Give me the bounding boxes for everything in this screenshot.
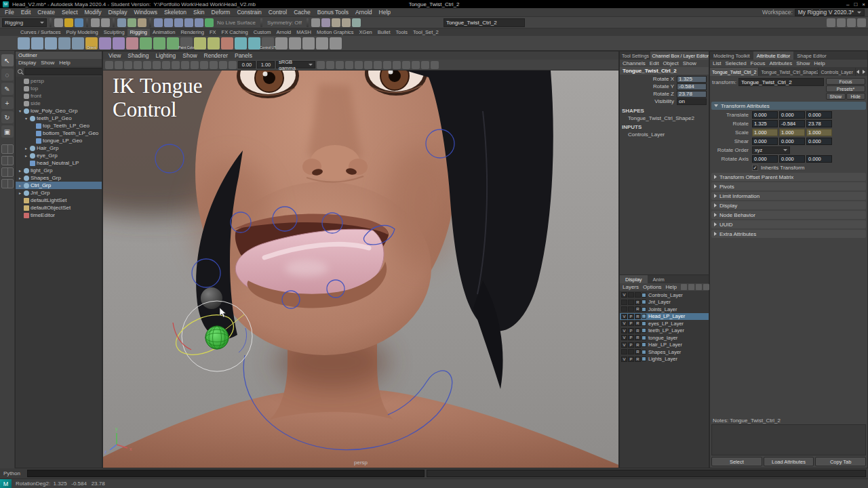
multisample-anti-aliasing-icon[interactable]: [393, 61, 401, 69]
inherits-transform-checkbox[interactable]: ✓: [752, 165, 758, 171]
interactive-bind-icon[interactable]: [113, 37, 125, 49]
shelf-tab[interactable]: Motion Graphics: [314, 28, 357, 36]
menu-item[interactable]: Bonus Tools: [314, 9, 352, 16]
layer-display-type-toggle[interactable]: R: [635, 335, 641, 340]
shelf-tab[interactable]: FX Caching: [219, 28, 251, 36]
layer-playback-toggle[interactable]: P: [628, 357, 634, 362]
transform-attributes-section[interactable]: Transform Attributes: [711, 102, 866, 110]
shear-y-field[interactable]: 0.000: [779, 138, 805, 145]
layer-visibility-toggle[interactable]: V: [621, 314, 627, 319]
node-tab[interactable]: Controls_Layer: [818, 68, 855, 76]
menu-item[interactable]: Help: [376, 9, 394, 16]
close-button[interactable]: ×: [862, 1, 865, 7]
layer-playback-toggle[interactable]: [628, 292, 634, 298]
gray-locator-sphere[interactable]: [201, 287, 222, 309]
outliner-search-input[interactable]: [24, 68, 103, 75]
rotate-axis-x-field[interactable]: 0.000: [752, 155, 778, 163]
hide-button[interactable]: Hide: [846, 93, 866, 100]
lasso-tool[interactable]: ◌: [1, 68, 14, 81]
rotate-tool[interactable]: ↻: [1, 111, 14, 123]
layer-row[interactable]: V P R Lights_Layer: [620, 356, 709, 363]
undo-icon[interactable]: [91, 18, 100, 27]
menu-item[interactable]: Arnold: [352, 9, 376, 16]
layer-color-swatch[interactable]: [642, 342, 646, 347]
snap-view-plane-icon[interactable]: [195, 18, 203, 27]
cluster-deformer-icon[interactable]: [194, 37, 206, 49]
outliner-item[interactable]: top: [16, 85, 102, 92]
group-grip[interactable]: [307, 18, 309, 27]
expand-arrow-icon[interactable]: ▸: [24, 146, 28, 150]
channel-value-field[interactable]: 1.325: [677, 76, 707, 83]
attribute-editor-menu-item[interactable]: Help: [814, 60, 825, 66]
viewport-menu-item[interactable]: View: [105, 52, 124, 59]
channel-value-field[interactable]: 23.78: [677, 91, 707, 98]
ipr-render-icon[interactable]: [342, 18, 351, 27]
select-camera-icon[interactable]: [105, 61, 113, 69]
rotate-axis-y-field[interactable]: 0.000: [779, 155, 805, 163]
bookmarks-icon[interactable]: [134, 61, 142, 69]
viewport-menu-item[interactable]: Show: [179, 52, 200, 59]
textured-icon[interactable]: [336, 61, 344, 69]
layer-color-swatch[interactable]: [642, 357, 646, 361]
orient-constraint-icon[interactable]: [302, 37, 315, 49]
depth-of-field-icon[interactable]: [402, 61, 410, 69]
layer-color-swatch[interactable]: [642, 321, 646, 326]
sidebar-panel-tab[interactable]: Attribute Editor: [753, 52, 794, 60]
gate-mask-icon[interactable]: [200, 61, 208, 69]
viewport-menu-item[interactable]: Panels: [231, 52, 256, 59]
maximize-button[interactable]: □: [854, 1, 857, 7]
safe-title-icon[interactable]: [229, 61, 237, 69]
channel-box-menu-item[interactable]: Channels: [623, 60, 646, 66]
outliner-item[interactable]: timeEditor: [16, 211, 102, 219]
layer-row[interactable]: R Jnt_Layer: [620, 299, 709, 306]
tab-scroll-right-icon[interactable]: [863, 70, 865, 74]
select-component-icon[interactable]: [138, 18, 146, 27]
select-button[interactable]: Select: [711, 457, 762, 466]
menu-item[interactable]: Skeleton: [161, 9, 190, 16]
layer-row[interactable]: V P R Hair_LP_Layer: [620, 342, 709, 349]
shelf-tab[interactable]: MASH: [294, 28, 314, 36]
move-layer-down-icon[interactable]: [688, 284, 694, 290]
group-grip[interactable]: [113, 18, 115, 27]
camera-attributes-icon[interactable]: [124, 61, 132, 69]
redo-icon[interactable]: [101, 18, 110, 27]
image-plane-icon[interactable]: [143, 61, 151, 69]
layer-display-type-toggle[interactable]: R: [635, 314, 641, 319]
minimize-button[interactable]: –: [846, 1, 849, 7]
outliner-item[interactable]: head_Neutral_LP: [16, 159, 102, 167]
move-layer-up-icon[interactable]: [681, 284, 687, 290]
outliner-menu-item[interactable]: Help: [59, 60, 70, 66]
aim-constraint-icon[interactable]: [316, 37, 328, 49]
shelf-tab[interactable]: Rendering: [178, 28, 207, 36]
modeling-toolkit-toggle-icon[interactable]: [827, 18, 835, 27]
shelf-tab[interactable]: Bullet: [375, 28, 393, 36]
outliner-item[interactable]: side: [16, 100, 102, 107]
channel-row[interactable]: Rotate Y -0.584: [620, 83, 709, 90]
screen-space-ao-icon[interactable]: [374, 61, 382, 69]
group-grip[interactable]: [86, 18, 88, 27]
expand-arrow-icon[interactable]: ▸: [18, 168, 22, 173]
copy-tab-button[interactable]: Copy Tab: [815, 457, 866, 466]
collapsed-section-header[interactable]: Extra Attributes: [711, 230, 866, 238]
lock-camera-icon[interactable]: [115, 61, 123, 69]
layer-color-swatch[interactable]: [642, 314, 646, 319]
expand-arrow-icon[interactable]: ▾: [24, 116, 28, 121]
exposure-field[interactable]: 0.00: [238, 61, 256, 68]
x-ray-joints-icon[interactable]: [431, 61, 439, 69]
node-tab[interactable]: Tongue_Twist_Ctrl_Shape2: [759, 68, 818, 76]
scale-tool[interactable]: ▣: [1, 125, 14, 138]
attribute-editor-menu-item[interactable]: Focus: [751, 60, 766, 66]
outliner-item[interactable]: front: [16, 92, 102, 100]
rotate-z-field[interactable]: 23.78: [806, 120, 832, 127]
collapsed-section-header[interactable]: Pivots: [711, 182, 866, 190]
layer-row[interactable]: V P R teeth_LP_Layer: [620, 327, 709, 335]
symmetry-label[interactable]: Symmetry: Off: [265, 20, 304, 26]
layer-display-type-toggle[interactable]: R: [635, 328, 641, 333]
menu-item[interactable]: Modify: [81, 9, 105, 16]
collapsed-section-header[interactable]: Transform Offset Parent Matrix: [711, 173, 866, 181]
layer-color-swatch[interactable]: [642, 336, 646, 340]
attribute-editor-menu-item[interactable]: Show: [796, 60, 810, 66]
layer-row[interactable]: R Shapes_Layer: [620, 348, 709, 356]
scale-constraint-icon[interactable]: [330, 37, 342, 49]
outliner-title[interactable]: Outliner: [16, 52, 102, 59]
